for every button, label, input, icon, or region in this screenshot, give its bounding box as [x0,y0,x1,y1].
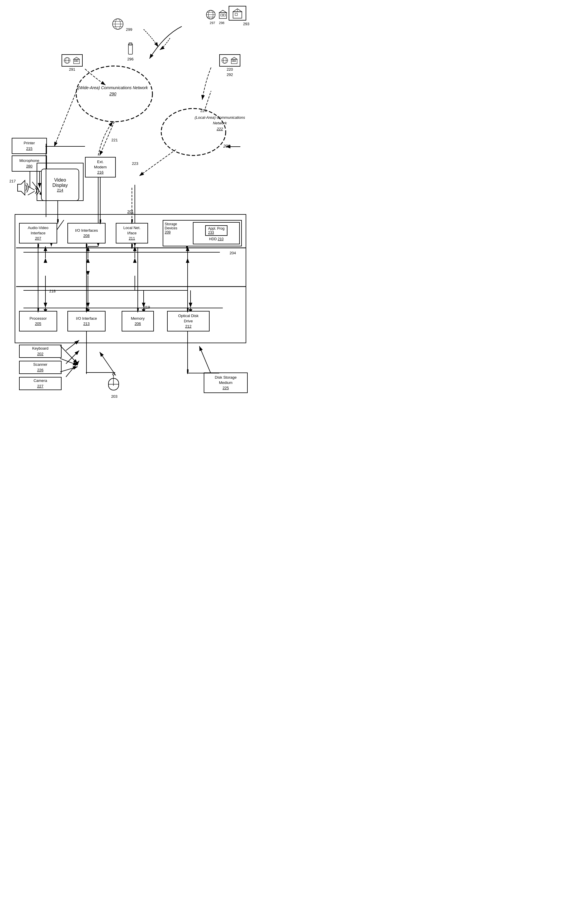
ref-217: 217 [9,179,16,183]
local-net-iface-box: Local Net. I/face 211 [116,223,148,243]
memory-box: Memory 206 [121,311,154,332]
proc-bus-vert [38,247,39,286]
diagram: 293 297 298 [0,0,264,411]
svg-line-7 [54,88,78,147]
svg-rect-60 [223,14,225,16]
io213-bus-vert [86,247,87,286]
proc-down [38,286,39,312]
ref-298: 298 [219,21,224,25]
printer-box: Printer 215 [12,138,47,154]
storage-area: Appl. Prog 233 HDD 210 Storage Devices 2… [163,220,242,247]
wan-cloud: (Wide-Area) Communications Network 290 [75,63,151,119]
odd-to-storage [187,332,189,374]
mem-bus-vert [137,247,139,286]
audio-video-interface-box: Audio-Video Interface 207 [19,223,57,243]
camera-box: Camera 227 [19,377,61,390]
kb-connections [60,340,90,399]
modem-vert [100,177,101,224]
disk-storage-medium-box: Disk Storage Medium 225 [204,373,247,393]
svg-marker-83 [17,180,25,195]
device-293: 293 [229,6,246,26]
ref-297: 297 [210,21,215,25]
ref-203: 203 [106,394,123,398]
video-display-outer [37,163,84,201]
scanner-box: Scanner 226 [19,361,61,374]
lan-cloud: (Local-Area) Communications Network 222 [188,100,252,147]
svg-rect-66 [128,44,132,54]
optical-disk-drive-box: Optical Disk Drive 212 [167,311,210,332]
odd-down [187,286,189,312]
svg-rect-74 [77,60,78,62]
ext-modem-box: Ext. Modem 216 [85,157,116,177]
svg-rect-59 [221,14,223,16]
svg-rect-51 [235,13,237,16]
svg-rect-73 [74,60,76,62]
svg-marker-72 [74,57,79,59]
speaker-icon: 217 [15,179,29,198]
mic-line [29,171,31,187]
ref-291: 291 [69,67,75,71]
odd-bus-vert [187,247,189,286]
ln-to-bus [131,243,133,249]
svg-rect-80 [232,60,233,62]
ref-224: 224 [200,109,207,113]
localnet-vert [131,188,133,224]
input-device-203: 203 [106,373,123,398]
ref-218: 218 [49,289,56,293]
vert-line-1 [46,144,47,217]
mem-down [137,286,139,312]
arrow-200 [223,141,246,150]
ref-299: 299 [126,27,132,32]
ref-204: 204 [230,251,236,255]
svg-line-114 [60,346,78,364]
keyboard-box: Keyboard 202 [19,345,61,358]
device-299: 299 [111,17,132,32]
device-296: 296 [126,41,135,61]
svg-marker-58 [219,10,227,13]
io213-down [86,286,87,312]
odd-storage-horiz [187,373,219,374]
device-203-line [86,332,87,374]
ref-296: 296 [126,57,135,61]
device-203-horiz [86,372,115,373]
device-297-298: 297 298 [205,9,229,25]
io-interface-box: I/O Interface 213 [68,311,106,332]
ref-292: 292 [227,73,233,77]
video-vert [57,200,58,224]
processor-box: Processor 205 [19,311,57,332]
ref-219: 219 [143,305,150,310]
svg-line-115 [60,359,78,365]
svg-marker-79 [231,57,237,59]
bus-218 [16,286,246,288]
ref-221: 221 [111,138,118,142]
svg-rect-81 [234,60,236,62]
horiz-printer [46,146,85,147]
svg-line-116 [60,367,78,372]
ref-223: 223 [132,161,138,166]
io-interfaces-box: I/O Interfaces 208 [68,223,106,243]
svg-line-44 [199,346,211,374]
ref-220: 220 [227,67,233,71]
device-220: 220 292 [219,54,240,77]
